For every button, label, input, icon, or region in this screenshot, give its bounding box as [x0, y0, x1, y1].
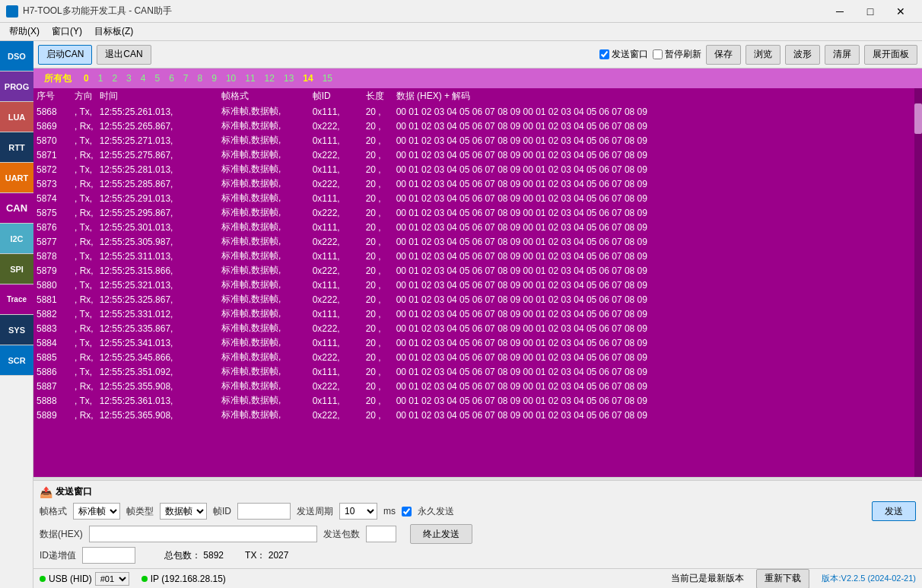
maximize-button[interactable]: □ [855, 2, 885, 21]
clear-button[interactable]: 清屏 [825, 45, 860, 65]
table-cell: 0x222, [310, 205, 363, 220]
table-cell: 0x222, [310, 350, 363, 364]
start-can-button[interactable]: 启动CAN [38, 45, 92, 65]
tab-number-15[interactable]: 15 [318, 72, 337, 85]
save-button[interactable]: 保存 [706, 45, 741, 65]
close-button[interactable]: ✕ [885, 2, 916, 21]
browse-button[interactable]: 浏览 [746, 45, 781, 65]
table-cell: 标准帧,数据帧, [218, 278, 310, 292]
table-cell: 0x222, [310, 408, 363, 422]
table-row: 5889, Rx,12:55:25.365.908,标准帧,数据帧,0x222,… [33, 408, 922, 422]
tab-number-2[interactable]: 2 [107, 72, 122, 85]
scrollbar-thumb[interactable] [914, 103, 922, 134]
tab-number-6[interactable]: 6 [164, 72, 179, 85]
sidebar-item-rtt[interactable]: RTT [0, 132, 33, 163]
table-row: 5874, Tx,12:55:25.291.013,标准帧,数据帧,0x111,… [33, 191, 922, 205]
table-cell: , Tx, [72, 133, 97, 148]
toolbar: 启动CAN 退出CAN 发送窗口 暂停刷新 保存 浏览 波形 清屏 展开面板 [33, 41, 922, 68]
scroll-container[interactable]: 序号 方向 时间 帧格式 帧ID 长度 数据 (HEX) + 解码 5868, … [33, 88, 922, 477]
scrollbar-track[interactable] [914, 88, 922, 477]
main-layout: DSO PROG LUA RTT UART CAN I2C SPI Trace … [0, 41, 922, 588]
table-cell: 0x222, [310, 263, 363, 278]
device-select[interactable]: #01 [95, 572, 129, 586]
menu-help[interactable]: 帮助(X) [3, 24, 46, 40]
table-row: 5882, Tx,12:55:25.331.012,标准帧,数据帧,0x111,… [33, 307, 922, 321]
tab-number-4[interactable]: 4 [136, 72, 151, 85]
sidebar-item-trace[interactable]: Trace [0, 284, 33, 315]
table-cell: 5873 [33, 176, 72, 191]
tab-row: 所有包 0 1 2 3 4 5 6 7 8 9 10 11 12 13 14 1… [33, 68, 922, 88]
table-cell: 00 01 02 03 04 05 06 07 08 09 00 01 02 0… [393, 263, 922, 278]
tab-number-10[interactable]: 10 [221, 72, 240, 85]
data-table-area: 序号 方向 时间 帧格式 帧ID 长度 数据 (HEX) + 解码 5868, … [33, 88, 922, 477]
table-cell: 00 01 02 03 04 05 06 07 08 09 00 01 02 0… [393, 234, 922, 249]
table-cell: 标准帧,数据帧, [218, 249, 310, 263]
frame-type-select[interactable]: 数据帧 [160, 503, 207, 520]
tab-number-3[interactable]: 3 [122, 72, 136, 85]
table-cell: 0x222, [310, 321, 363, 335]
tab-number-13[interactable]: 13 [279, 72, 298, 85]
table-cell: 5876 [33, 220, 72, 234]
exit-can-button[interactable]: 退出CAN [97, 45, 151, 65]
tab-number-0[interactable]: 0 [79, 72, 94, 85]
table-cell: 12:55:25.365.908, [97, 408, 218, 422]
table-cell: 12:55:25.261.013, [97, 104, 218, 119]
table-cell: 5878 [33, 249, 72, 263]
table-row: 5888, Tx,12:55:25.361.013,标准帧,数据帧,0x111,… [33, 393, 922, 408]
table-cell: 0x111, [310, 335, 363, 350]
table-row: 5881, Rx,12:55:25.325.867,标准帧,数据帧,0x222,… [33, 292, 922, 307]
minimize-button[interactable]: ─ [825, 2, 855, 21]
sidebar-item-scr[interactable]: SCR [0, 345, 33, 376]
frame-format-select[interactable]: 标准帧 [73, 503, 120, 520]
table-row: 5884, Tx,12:55:25.341.013,标准帧,数据帧,0x111,… [33, 335, 922, 350]
pause-refresh-checkbox[interactable] [653, 49, 663, 59]
menu-target[interactable]: 目标板(Z) [88, 24, 139, 40]
table-cell: 0x222, [310, 379, 363, 393]
menu-window[interactable]: 窗口(Y) [46, 24, 88, 40]
tab-all-packets[interactable]: 所有包 [37, 71, 79, 87]
stop-send-button[interactable]: 终止发送 [410, 524, 472, 544]
send-window-checkbox[interactable] [599, 49, 609, 59]
data-hex-input[interactable]: 03 04 05 06 07 08 09 00 01 02 03 04 05 0… [89, 526, 317, 542]
forever-send-checkbox[interactable] [402, 507, 412, 516]
update-button[interactable]: 重新下载 [756, 569, 809, 589]
sidebar: DSO PROG LUA RTT UART CAN I2C SPI Trace … [0, 41, 33, 588]
tab-number-9[interactable]: 9 [207, 72, 221, 85]
table-cell: , Tx, [72, 335, 97, 350]
table-cell: 5875 [33, 205, 72, 220]
sidebar-item-can[interactable]: CAN [0, 193, 33, 224]
tab-number-11[interactable]: 11 [240, 72, 259, 85]
tab-number-14[interactable]: 14 [298, 72, 317, 85]
sidebar-item-lua[interactable]: LUA [0, 102, 33, 132]
table-cell: 0x111, [310, 133, 363, 148]
sidebar-item-spi[interactable]: SPI [0, 254, 33, 284]
table-body: 5868, Tx,12:55:25.261.013,标准帧,数据帧,0x111,… [33, 104, 922, 422]
sidebar-item-i2c[interactable]: I2C [0, 224, 33, 254]
wave-button[interactable]: 波形 [785, 45, 820, 65]
send-button[interactable]: 发送 [872, 501, 916, 521]
tab-number-1[interactable]: 1 [94, 72, 108, 85]
statusbar: USB (HID) #01 IP (192.168.28.15) 当前已是最新版… [33, 568, 922, 588]
sidebar-item-dso[interactable]: DSO [0, 41, 33, 72]
tab-number-8[interactable]: 8 [193, 72, 208, 85]
id-inc-input[interactable]: 0x0000 [82, 547, 135, 564]
version-text: 版本:V2.2.5 (2024-02-21) [822, 573, 916, 584]
table-cell: 00 01 02 03 04 05 06 07 08 09 00 01 02 0… [393, 350, 922, 364]
period-select[interactable]: 10 [339, 503, 377, 520]
table-cell: 标准帧,数据帧, [218, 234, 310, 249]
table-cell: , Tx, [72, 104, 97, 119]
expand-button[interactable]: 展开面板 [864, 45, 917, 65]
table-cell: , Tx, [72, 307, 97, 321]
frame-id-input[interactable]: 0x111 [237, 503, 291, 520]
tab-number-12[interactable]: 12 [260, 72, 279, 85]
sidebar-item-prog[interactable]: PROG [0, 72, 33, 102]
tab-number-5[interactable]: 5 [150, 72, 164, 85]
sidebar-item-sys[interactable]: SYS [0, 315, 33, 345]
send-count-input[interactable]: 1 [366, 526, 396, 542]
table-cell: 20 , [363, 176, 393, 191]
table-cell: 20 , [363, 234, 393, 249]
tab-number-7[interactable]: 7 [179, 72, 193, 85]
sidebar-item-uart[interactable]: UART [0, 163, 33, 193]
table-cell: 标准帧,数据帧, [218, 220, 310, 234]
table-cell: 0x222, [310, 292, 363, 307]
